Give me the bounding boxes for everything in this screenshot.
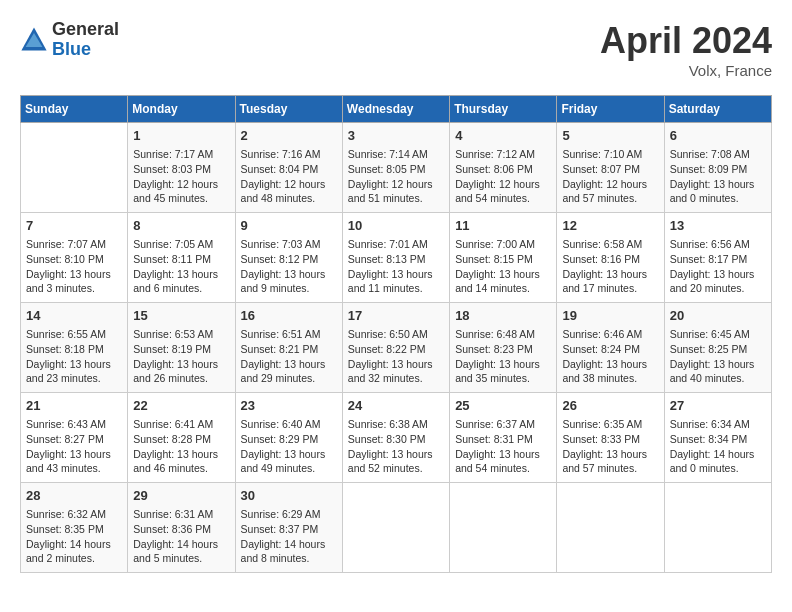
- calendar-week-2: 7Sunrise: 7:07 AM Sunset: 8:10 PM Daylig…: [21, 213, 772, 303]
- calendar-cell: 4Sunrise: 7:12 AM Sunset: 8:06 PM Daylig…: [450, 123, 557, 213]
- day-number: 5: [562, 127, 658, 145]
- logo-general: General: [52, 20, 119, 40]
- title-area: April 2024 Volx, France: [600, 20, 772, 79]
- logo: General Blue: [20, 20, 119, 60]
- day-number: 9: [241, 217, 337, 235]
- col-saturday: Saturday: [664, 96, 771, 123]
- col-wednesday: Wednesday: [342, 96, 449, 123]
- day-info: Sunrise: 7:10 AM Sunset: 8:07 PM Dayligh…: [562, 147, 658, 206]
- col-friday: Friday: [557, 96, 664, 123]
- month-title: April 2024: [600, 20, 772, 62]
- calendar-cell: 20Sunrise: 6:45 AM Sunset: 8:25 PM Dayli…: [664, 303, 771, 393]
- day-info: Sunrise: 6:35 AM Sunset: 8:33 PM Dayligh…: [562, 417, 658, 476]
- calendar-cell: 2Sunrise: 7:16 AM Sunset: 8:04 PM Daylig…: [235, 123, 342, 213]
- calendar-cell: 1Sunrise: 7:17 AM Sunset: 8:03 PM Daylig…: [128, 123, 235, 213]
- day-number: 13: [670, 217, 766, 235]
- col-monday: Monday: [128, 96, 235, 123]
- day-number: 30: [241, 487, 337, 505]
- day-number: 26: [562, 397, 658, 415]
- day-number: 11: [455, 217, 551, 235]
- day-info: Sunrise: 6:41 AM Sunset: 8:28 PM Dayligh…: [133, 417, 229, 476]
- day-number: 14: [26, 307, 122, 325]
- calendar-cell: [342, 483, 449, 573]
- calendar-cell: [664, 483, 771, 573]
- calendar-cell: 22Sunrise: 6:41 AM Sunset: 8:28 PM Dayli…: [128, 393, 235, 483]
- day-info: Sunrise: 6:38 AM Sunset: 8:30 PM Dayligh…: [348, 417, 444, 476]
- day-number: 24: [348, 397, 444, 415]
- calendar-header: Sunday Monday Tuesday Wednesday Thursday…: [21, 96, 772, 123]
- calendar-cell: [557, 483, 664, 573]
- day-number: 19: [562, 307, 658, 325]
- calendar-week-4: 21Sunrise: 6:43 AM Sunset: 8:27 PM Dayli…: [21, 393, 772, 483]
- day-info: Sunrise: 7:05 AM Sunset: 8:11 PM Dayligh…: [133, 237, 229, 296]
- calendar-cell: 23Sunrise: 6:40 AM Sunset: 8:29 PM Dayli…: [235, 393, 342, 483]
- calendar-cell: 13Sunrise: 6:56 AM Sunset: 8:17 PM Dayli…: [664, 213, 771, 303]
- calendar-cell: 19Sunrise: 6:46 AM Sunset: 8:24 PM Dayli…: [557, 303, 664, 393]
- day-number: 16: [241, 307, 337, 325]
- day-info: Sunrise: 7:08 AM Sunset: 8:09 PM Dayligh…: [670, 147, 766, 206]
- calendar-cell: 27Sunrise: 6:34 AM Sunset: 8:34 PM Dayli…: [664, 393, 771, 483]
- calendar-cell: 25Sunrise: 6:37 AM Sunset: 8:31 PM Dayli…: [450, 393, 557, 483]
- calendar-cell: 15Sunrise: 6:53 AM Sunset: 8:19 PM Dayli…: [128, 303, 235, 393]
- calendar-cell: 6Sunrise: 7:08 AM Sunset: 8:09 PM Daylig…: [664, 123, 771, 213]
- calendar-cell: 16Sunrise: 6:51 AM Sunset: 8:21 PM Dayli…: [235, 303, 342, 393]
- day-number: 12: [562, 217, 658, 235]
- day-info: Sunrise: 6:45 AM Sunset: 8:25 PM Dayligh…: [670, 327, 766, 386]
- calendar-cell: 9Sunrise: 7:03 AM Sunset: 8:12 PM Daylig…: [235, 213, 342, 303]
- day-number: 23: [241, 397, 337, 415]
- day-info: Sunrise: 6:31 AM Sunset: 8:36 PM Dayligh…: [133, 507, 229, 566]
- day-info: Sunrise: 6:34 AM Sunset: 8:34 PM Dayligh…: [670, 417, 766, 476]
- day-info: Sunrise: 6:56 AM Sunset: 8:17 PM Dayligh…: [670, 237, 766, 296]
- calendar-cell: [450, 483, 557, 573]
- calendar-cell: 12Sunrise: 6:58 AM Sunset: 8:16 PM Dayli…: [557, 213, 664, 303]
- calendar-cell: 28Sunrise: 6:32 AM Sunset: 8:35 PM Dayli…: [21, 483, 128, 573]
- calendar-cell: 18Sunrise: 6:48 AM Sunset: 8:23 PM Dayli…: [450, 303, 557, 393]
- calendar-cell: 3Sunrise: 7:14 AM Sunset: 8:05 PM Daylig…: [342, 123, 449, 213]
- col-tuesday: Tuesday: [235, 96, 342, 123]
- day-info: Sunrise: 6:40 AM Sunset: 8:29 PM Dayligh…: [241, 417, 337, 476]
- day-number: 3: [348, 127, 444, 145]
- calendar-cell: 17Sunrise: 6:50 AM Sunset: 8:22 PM Dayli…: [342, 303, 449, 393]
- day-info: Sunrise: 6:29 AM Sunset: 8:37 PM Dayligh…: [241, 507, 337, 566]
- calendar-cell: 14Sunrise: 6:55 AM Sunset: 8:18 PM Dayli…: [21, 303, 128, 393]
- day-info: Sunrise: 6:43 AM Sunset: 8:27 PM Dayligh…: [26, 417, 122, 476]
- day-info: Sunrise: 7:14 AM Sunset: 8:05 PM Dayligh…: [348, 147, 444, 206]
- day-info: Sunrise: 6:50 AM Sunset: 8:22 PM Dayligh…: [348, 327, 444, 386]
- calendar-cell: 21Sunrise: 6:43 AM Sunset: 8:27 PM Dayli…: [21, 393, 128, 483]
- col-sunday: Sunday: [21, 96, 128, 123]
- day-info: Sunrise: 6:32 AM Sunset: 8:35 PM Dayligh…: [26, 507, 122, 566]
- calendar-body: 1Sunrise: 7:17 AM Sunset: 8:03 PM Daylig…: [21, 123, 772, 573]
- header-row: Sunday Monday Tuesday Wednesday Thursday…: [21, 96, 772, 123]
- logo-text: General Blue: [52, 20, 119, 60]
- calendar-cell: [21, 123, 128, 213]
- day-info: Sunrise: 6:58 AM Sunset: 8:16 PM Dayligh…: [562, 237, 658, 296]
- day-info: Sunrise: 6:53 AM Sunset: 8:19 PM Dayligh…: [133, 327, 229, 386]
- day-info: Sunrise: 7:03 AM Sunset: 8:12 PM Dayligh…: [241, 237, 337, 296]
- day-number: 4: [455, 127, 551, 145]
- day-info: Sunrise: 7:01 AM Sunset: 8:13 PM Dayligh…: [348, 237, 444, 296]
- col-thursday: Thursday: [450, 96, 557, 123]
- day-info: Sunrise: 7:00 AM Sunset: 8:15 PM Dayligh…: [455, 237, 551, 296]
- day-info: Sunrise: 7:07 AM Sunset: 8:10 PM Dayligh…: [26, 237, 122, 296]
- day-number: 17: [348, 307, 444, 325]
- day-number: 8: [133, 217, 229, 235]
- day-info: Sunrise: 6:51 AM Sunset: 8:21 PM Dayligh…: [241, 327, 337, 386]
- calendar-cell: 11Sunrise: 7:00 AM Sunset: 8:15 PM Dayli…: [450, 213, 557, 303]
- day-number: 20: [670, 307, 766, 325]
- page-header: General Blue April 2024 Volx, France: [20, 20, 772, 79]
- day-number: 29: [133, 487, 229, 505]
- logo-blue: Blue: [52, 40, 119, 60]
- calendar-cell: 24Sunrise: 6:38 AM Sunset: 8:30 PM Dayli…: [342, 393, 449, 483]
- day-info: Sunrise: 7:17 AM Sunset: 8:03 PM Dayligh…: [133, 147, 229, 206]
- day-number: 27: [670, 397, 766, 415]
- calendar-cell: 7Sunrise: 7:07 AM Sunset: 8:10 PM Daylig…: [21, 213, 128, 303]
- calendar-cell: 8Sunrise: 7:05 AM Sunset: 8:11 PM Daylig…: [128, 213, 235, 303]
- calendar-week-3: 14Sunrise: 6:55 AM Sunset: 8:18 PM Dayli…: [21, 303, 772, 393]
- day-number: 18: [455, 307, 551, 325]
- day-number: 22: [133, 397, 229, 415]
- day-number: 1: [133, 127, 229, 145]
- calendar-week-5: 28Sunrise: 6:32 AM Sunset: 8:35 PM Dayli…: [21, 483, 772, 573]
- calendar-cell: 10Sunrise: 7:01 AM Sunset: 8:13 PM Dayli…: [342, 213, 449, 303]
- day-number: 10: [348, 217, 444, 235]
- calendar-week-1: 1Sunrise: 7:17 AM Sunset: 8:03 PM Daylig…: [21, 123, 772, 213]
